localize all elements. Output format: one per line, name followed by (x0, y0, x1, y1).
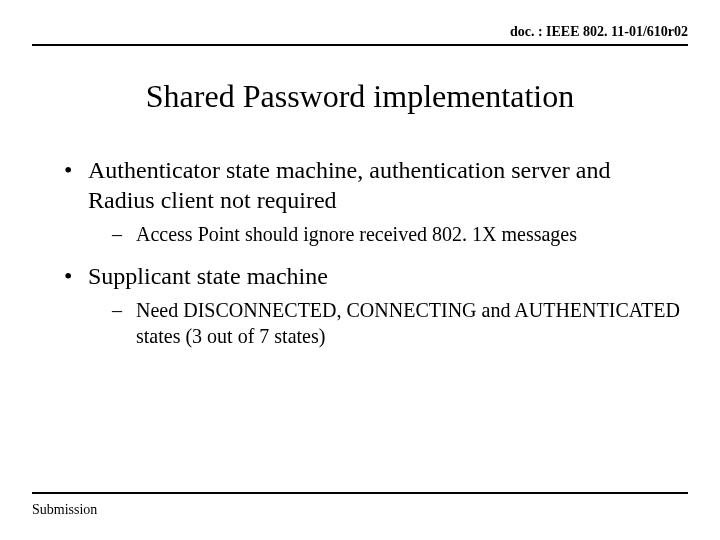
doc-reference: doc. : IEEE 802. 11-01/610r02 (510, 24, 688, 40)
slide-title: Shared Password implementation (0, 78, 720, 115)
sub-item: Need DISCONNECTED, CONNECTING and AUTHEN… (88, 297, 680, 349)
sub-list: Need DISCONNECTED, CONNECTING and AUTHEN… (88, 297, 680, 349)
sub-text: Need DISCONNECTED, CONNECTING and AUTHEN… (136, 299, 680, 347)
footer-label: Submission (32, 502, 97, 518)
header-rule (32, 44, 688, 46)
slide-body: Authenticator state machine, authenticat… (60, 155, 680, 363)
bullet-item: Authenticator state machine, authenticat… (60, 155, 680, 247)
bullet-text: Supplicant state machine (88, 263, 328, 289)
sub-text: Access Point should ignore received 802.… (136, 223, 577, 245)
bullet-item: Supplicant state machine Need DISCONNECT… (60, 261, 680, 349)
sub-list: Access Point should ignore received 802.… (88, 221, 680, 247)
footer-rule (32, 492, 688, 494)
slide-page: doc. : IEEE 802. 11-01/610r02 Shared Pas… (0, 0, 720, 540)
bullet-list: Authenticator state machine, authenticat… (60, 155, 680, 349)
bullet-text: Authenticator state machine, authenticat… (88, 157, 610, 213)
sub-item: Access Point should ignore received 802.… (88, 221, 680, 247)
